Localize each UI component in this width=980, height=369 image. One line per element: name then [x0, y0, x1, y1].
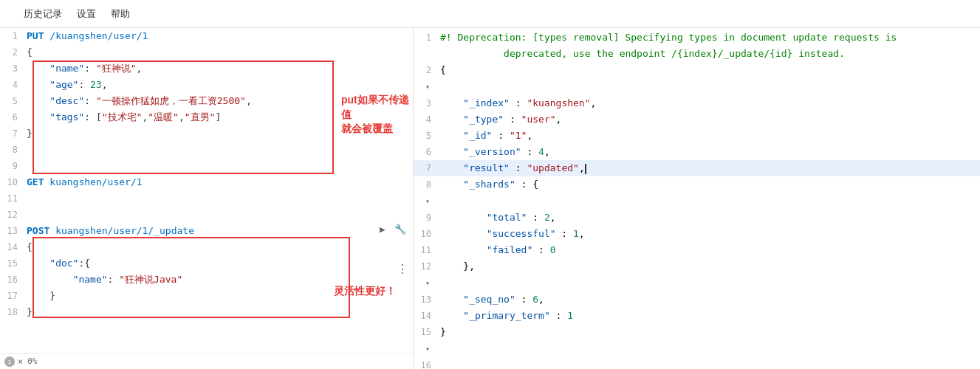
line-num-5: 5 — [0, 93, 24, 109]
code-line-10: 10 GET kuangshen/user/1 — [0, 174, 413, 190]
right-line-16: 16 — [414, 357, 980, 369]
line-num-6: 6 — [0, 109, 24, 125]
line-num-1: 1 — [0, 28, 24, 44]
line-content-18: } — [24, 304, 413, 320]
collapse-arrow-15[interactable]: ▾ — [425, 345, 430, 353]
code-line-2: 2 { — [0, 44, 413, 61]
right-line-num-4: 4 — [414, 111, 437, 128]
right-line-13: 13 "_seq_no" : 6, — [414, 292, 980, 308]
line-content-3: "name": "狂神说", — [24, 61, 413, 77]
right-line-3: 3 "_index" : "kuangshen", — [414, 95, 980, 111]
line-content-1: PUT /kuangshen/user/1 — [24, 28, 413, 44]
line-num-10: 10 — [0, 174, 24, 190]
menu-settings[interactable]: 设置 — [77, 7, 96, 21]
line-num-3: 3 — [0, 61, 24, 77]
right-line-num-6: 6 — [414, 144, 437, 160]
line-num-9: 9 — [0, 158, 24, 174]
line-num-11: 11 — [0, 190, 24, 207]
collapse-arrow-8[interactable]: ▾ — [425, 197, 430, 205]
right-line-4: 4 "_type" : "user", — [414, 111, 980, 128]
right-line-content-10: "successful" : 1, — [437, 226, 980, 242]
right-line-num-5: 5 — [414, 128, 437, 144]
right-line-content-11: "failed" : 0 — [437, 242, 980, 258]
right-line-11: 11 "failed" : 0 — [414, 242, 980, 258]
right-line-content-1: #! Deprecation: [types removal] Specifyi… — [437, 30, 980, 46]
right-line-14: 14 "_primary_term" : 1 — [414, 308, 980, 324]
collapse-arrow-2[interactable]: ▾ — [425, 83, 430, 91]
right-line-6: 6 "_version" : 4, — [414, 144, 980, 160]
line-num-4: 4 — [0, 77, 24, 93]
code-line-11: 11 — [0, 190, 413, 207]
line-num-7: 7 — [0, 125, 24, 142]
line-num-12: 12 — [0, 207, 24, 223]
right-line-content-3: "_index" : "kuangshen", — [437, 95, 980, 111]
right-panel[interactable]: 1 #! Deprecation: [types removal] Specif… — [414, 28, 980, 369]
menu-bar: 历史记录 设置 帮助 — [0, 0, 980, 28]
right-line-num-9: 9 — [414, 210, 437, 226]
code-line-13: 13 POST kuangshen/user/1/_update ▶ 🔧 — [0, 223, 413, 239]
line-content-2: { — [24, 44, 413, 61]
right-line-15: 15 ▾ } — [414, 324, 980, 357]
right-line-num-1b: 1 — [414, 46, 437, 62]
left-code-editor: 1 PUT /kuangshen/user/1 2 { 3 "name": "狂… — [0, 28, 413, 337]
line-num-17: 17 — [0, 288, 24, 304]
line-num-13: 13 — [0, 223, 24, 239]
right-line-num-3: 3 — [414, 95, 437, 111]
right-line-num-8: 8 ▾ — [414, 176, 437, 210]
right-line-num-12: 12 ▾ — [414, 258, 437, 292]
code-line-8: 8 — [0, 142, 413, 158]
collapse-arrow-12[interactable]: ▾ — [425, 279, 430, 287]
line-content-10: GET kuangshen/user/1 — [24, 174, 413, 190]
line-13-actions: ▶ 🔧 — [376, 223, 413, 236]
code-line-4: 4 "age": 23, — [0, 77, 413, 93]
wrench-icon[interactable]: 🔧 — [394, 223, 407, 236]
status-indicator: i — [4, 356, 15, 367]
right-line-content-9: "total" : 2, — [437, 210, 980, 226]
right-line-8: 8 ▾ "_shards" : { — [414, 176, 980, 210]
annotation-put: put如果不传递值就会被覆盖 — [341, 93, 413, 137]
right-line-content-6: "_version" : 4, — [437, 144, 980, 160]
right-line-content-2: { — [437, 62, 980, 78]
line-num-18: 18 — [0, 304, 24, 320]
menu-history[interactable]: 历史记录 — [24, 7, 62, 21]
right-line-content-4: "_type" : "user", — [437, 111, 980, 128]
right-line-content-1b: deprecated, use the endpoint /{index}/_u… — [437, 46, 980, 62]
left-panel[interactable]: 1 PUT /kuangshen/user/1 2 { 3 "name": "狂… — [0, 28, 414, 369]
right-line-content-5: "_id" : "1", — [437, 128, 980, 144]
line-num-15: 15 — [0, 255, 24, 272]
line-content-14: { — [24, 239, 413, 255]
right-line-content-8: "_shards" : { — [437, 176, 980, 193]
line-num-14: 14 — [0, 239, 24, 255]
right-line-num-10: 10 — [414, 226, 437, 242]
menu-help[interactable]: 帮助 — [111, 7, 130, 21]
right-line-content-7: "result" : "updated", — [437, 160, 980, 176]
right-line-num-7: 7 — [414, 160, 437, 176]
right-line-content-15: } — [437, 324, 980, 340]
status-close[interactable]: × — [18, 356, 23, 367]
code-line-14: 14 { — [0, 239, 413, 255]
right-line-2: 2 ▾ { — [414, 62, 980, 95]
status-zoom: 0% — [27, 356, 37, 366]
right-line-num-16: 16 — [414, 357, 437, 369]
line-num-2: 2 — [0, 44, 24, 61]
line-content-13: POST kuangshen/user/1/_update — [24, 223, 376, 239]
right-line-9: 9 "total" : 2, — [414, 210, 980, 226]
right-line-num-11: 11 — [414, 242, 437, 258]
main-content: 1 PUT /kuangshen/user/1 2 { 3 "name": "狂… — [0, 28, 980, 369]
text-cursor — [585, 164, 586, 174]
code-line-9: 9 — [0, 158, 413, 174]
line-num-16: 16 — [0, 272, 24, 288]
right-line-content-14: "_primary_term" : 1 — [437, 308, 980, 324]
right-line-1b: 1 deprecated, use the endpoint /{index}/… — [414, 46, 980, 62]
run-icon[interactable]: ▶ — [376, 223, 389, 236]
right-line-12: 12 ▾ }, — [414, 258, 980, 292]
right-line-num-13: 13 — [414, 292, 437, 308]
code-line-18: 18 } — [0, 304, 413, 320]
three-dots-menu[interactable]: ⋮ — [397, 260, 408, 279]
right-line-num-2: 2 ▾ — [414, 62, 437, 95]
right-line-num-1: 1 — [414, 30, 437, 46]
right-line-num-15: 15 ▾ — [414, 324, 437, 357]
line-num-8: 8 — [0, 142, 24, 158]
annotation-post: 灵活性更好！ — [334, 284, 396, 299]
code-line-3: 3 "name": "狂神说", — [0, 61, 413, 77]
